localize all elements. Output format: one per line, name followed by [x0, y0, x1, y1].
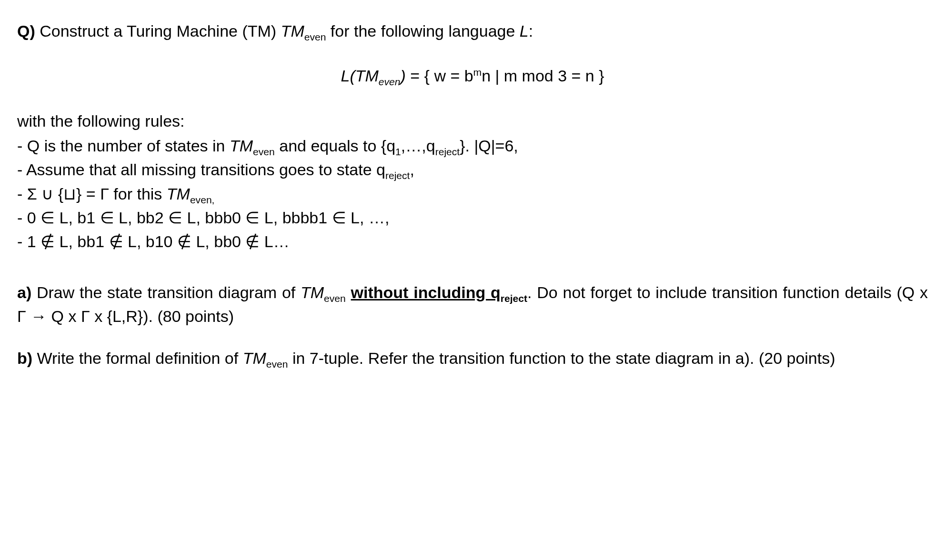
- intro-text-1: Construct a Turing Machine (TM): [35, 22, 281, 40]
- rule1-b: and equals to {q: [275, 137, 395, 155]
- part-b: b) Write the formal definition of TMeven…: [17, 346, 928, 370]
- tm-sub: even: [304, 31, 326, 42]
- part-a-label: a): [17, 283, 31, 301]
- rule1-c: ,…,q: [401, 137, 435, 155]
- rules-list: - Q is the number of states in TMeven an…: [17, 134, 928, 254]
- rule1-sub-reject: reject: [435, 146, 460, 157]
- part-a-tm: TM: [301, 283, 324, 301]
- part-a-without-prefix: without including q: [351, 283, 501, 301]
- part-a-without-sub: reject: [501, 292, 527, 303]
- part-a-without: without including qreject: [351, 283, 527, 301]
- q-label: Q): [17, 22, 35, 40]
- part-a-space: [346, 283, 351, 301]
- part-b-tm: TM: [243, 349, 266, 367]
- rule1-sub1: 1: [395, 146, 401, 157]
- formula-L-open: L(TM: [341, 67, 378, 85]
- formula-L-close: ): [401, 67, 406, 85]
- rule3-a: - Σ ∪ {⊔} = Γ for this: [17, 185, 167, 203]
- language-L: L: [520, 22, 529, 40]
- rules-intro: with the following rules:: [17, 109, 928, 133]
- part-b-t2: in 7-tuple. Refer the transition functio…: [288, 349, 835, 367]
- part-a-period: .: [527, 283, 532, 301]
- formula-sup-m: m: [473, 67, 482, 78]
- formula-L-sub: even: [379, 76, 401, 87]
- intro-colon: :: [529, 22, 533, 40]
- part-a: a) Draw the state transition diagram of …: [17, 280, 928, 329]
- language-formula: L(TMeven) = { w = bmn | m mod 3 = n }: [17, 64, 928, 88]
- rule1-a: - Q is the number of states in: [17, 137, 230, 155]
- document-page: Q) Construct a Turing Machine (TM) TMeve…: [0, 0, 945, 407]
- part-a-tm-sub: even: [324, 292, 346, 303]
- intro-text-2: for the following language: [326, 22, 519, 40]
- rule-1: - Q is the number of states in TMeven an…: [17, 134, 928, 158]
- rule1-tm-sub: even: [253, 146, 275, 157]
- rule2-b: ,: [410, 160, 414, 179]
- rule-4: - 0 ∈ L, b1 ∈ L, bb2 ∈ L, bbb0 ∈ L, bbbb…: [17, 206, 928, 230]
- part-b-tm-sub: even: [266, 359, 288, 370]
- question-intro: Q) Construct a Turing Machine (TM) TMeve…: [17, 19, 928, 43]
- rule-2: - Assume that all missing transitions go…: [17, 158, 928, 181]
- formula-eq-open: = { w = b: [406, 67, 473, 85]
- part-b-label: b): [17, 349, 32, 367]
- rule2-a: - Assume that all missing transitions go…: [17, 160, 385, 179]
- part-b-t1: Write the formal definition of: [32, 349, 243, 367]
- rule2-sub: reject: [385, 170, 410, 181]
- rule-3: - Σ ∪ {⊔} = Γ for this TMeven,: [17, 182, 928, 206]
- part-a-t1: Draw the state transition diagram of: [31, 283, 301, 301]
- tm-abbrev: TM: [281, 22, 304, 40]
- rule3-sub: even,: [190, 194, 215, 205]
- rule1-d: }. |Q|=6,: [460, 137, 518, 155]
- formula-after-bm: n | m mod 3 = n }: [482, 67, 604, 85]
- rule3-tm: TM: [167, 185, 190, 203]
- rule1-tm: TM: [230, 137, 253, 155]
- rule-5: - 1 ∉ L, bb1 ∉ L, b10 ∉ L, bb0 ∉ L…: [17, 230, 928, 253]
